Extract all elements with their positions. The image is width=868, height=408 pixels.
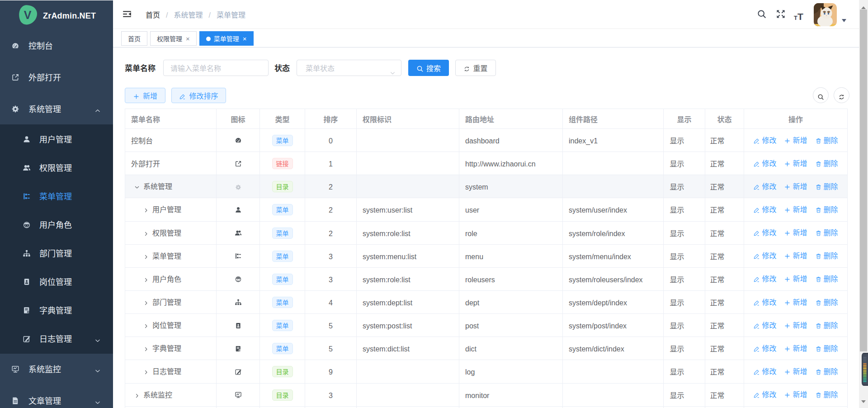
svg-text:V: V (24, 9, 32, 21)
